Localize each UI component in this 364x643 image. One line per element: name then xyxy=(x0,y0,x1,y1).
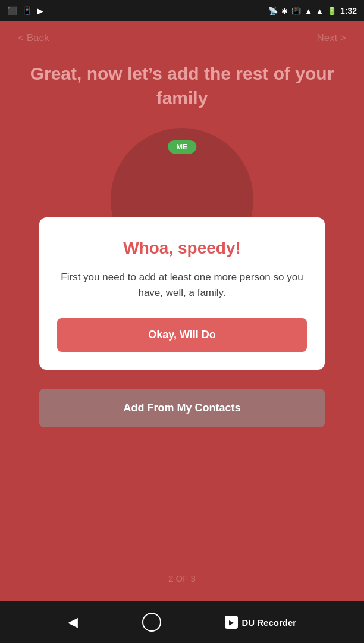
page-title: Great, now let’s add the rest of your fa… xyxy=(12,62,352,110)
okay-will-do-button[interactable]: Okay, Will Do xyxy=(57,318,307,352)
signal-icon: ▲ xyxy=(316,7,324,15)
add-from-contacts-button[interactable]: Add From My Contacts xyxy=(39,389,325,427)
time-display: 1:32 xyxy=(340,6,357,15)
vibrate-icon: 📳 xyxy=(291,7,301,15)
back-button[interactable]: < Back xyxy=(18,32,49,44)
back-nav-icon[interactable]: ◀ xyxy=(68,614,78,630)
modal-card: Whoa, speedy! First you need to add at l… xyxy=(39,217,325,370)
bluetooth-icon: ✱ xyxy=(281,7,288,15)
rec-icon: ▶ xyxy=(225,616,238,629)
home-nav-icon[interactable] xyxy=(142,613,161,632)
modal-body: First you need to add at least one more … xyxy=(57,270,307,301)
battery-icon: 🔋 xyxy=(327,7,337,15)
cast-icon: 📡 xyxy=(268,7,278,15)
du-recorder-label: ▶ DU Recorder xyxy=(225,616,296,629)
next-label: Next > xyxy=(316,32,346,44)
status-icons-left: ⬛ 📱 ▶ xyxy=(7,6,43,15)
me-badge: ME xyxy=(168,140,196,154)
recorder-text: DU Recorder xyxy=(241,617,296,628)
main-content: < Back Next > Great, now let’s add the r… xyxy=(0,21,364,601)
bottom-nav-bar: ◀ ▶ DU Recorder xyxy=(0,601,364,643)
page-indicator: 2 OF 3 xyxy=(168,573,196,583)
status-icons-right: 📡 ✱ 📳 ▲ ▲ 🔋 1:32 xyxy=(268,6,357,15)
status-bar: ⬛ 📱 ▶ 📡 ✱ 📳 ▲ ▲ 🔋 1:32 xyxy=(0,0,364,21)
video-icon: ⬛ xyxy=(7,6,17,15)
phone-icon: 📱 xyxy=(22,6,32,15)
wifi-icon: ▲ xyxy=(305,7,312,15)
nav-bar: < Back Next > xyxy=(12,21,352,50)
back-label: < Back xyxy=(18,32,49,44)
modal-title: Whoa, speedy! xyxy=(57,239,307,258)
play-icon: ▶ xyxy=(37,6,43,15)
next-button[interactable]: Next > xyxy=(316,32,346,44)
